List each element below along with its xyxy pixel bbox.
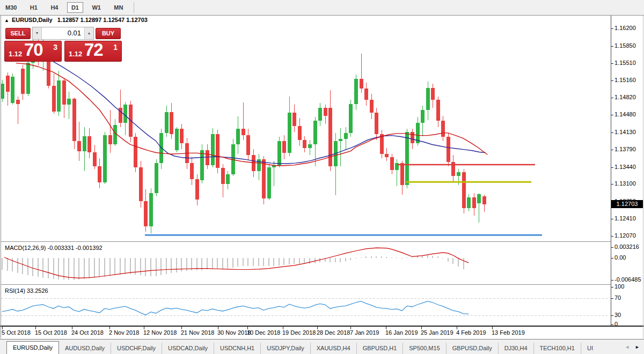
sell-price-button[interactable]: 1.12 70 3: [4, 41, 62, 62]
tab-audusd-daily[interactable]: AUDUSD,Daily: [59, 343, 111, 354]
chart-ohlc-values: 1.12857 1.12897 1.12547 1.12703: [57, 17, 148, 23]
buy-button[interactable]: BUY: [96, 28, 121, 39]
tab-usdcnh-h1[interactable]: USDCNH,H1: [214, 343, 260, 354]
current-price-tag: 1.12703: [611, 200, 643, 208]
lot-decrease-button[interactable]: ▼: [33, 27, 42, 39]
rsi-axis-70: 70: [614, 294, 621, 301]
tab-usdjpy-daily[interactable]: USDJPY,Daily: [260, 343, 310, 354]
sell-button[interactable]: SELL: [5, 28, 31, 39]
buy-price-pip-digit: 1: [113, 43, 118, 51]
tab-partial[interactable]: UI: [581, 343, 599, 354]
lot-increase-button[interactable]: ▲: [84, 27, 93, 39]
tab-tech100-h1[interactable]: TECH100,H1: [533, 343, 581, 354]
buy-price-button[interactable]: 1.12 72 1: [64, 41, 122, 62]
tab-gbpusd-h1[interactable]: GBPUSD,H1: [356, 343, 403, 354]
tab-eurusd-daily[interactable]: EURUSD,Daily: [6, 341, 59, 354]
lot-size-value[interactable]: 0.01: [68, 29, 81, 37]
tab-scroll-arrows: ◄ ►: [625, 340, 640, 354]
buy-price-big-digits: 72: [84, 40, 103, 60]
tab-sp500-m15[interactable]: SP500,M15: [402, 343, 445, 354]
chart-title: ▲EURUSD,Daily1.12857 1.12897 1.12547 1.1…: [4, 17, 148, 23]
chart-symbol: EURUSD,Daily: [12, 17, 53, 23]
tab-dj30-h4[interactable]: DJ30,H4: [498, 343, 533, 354]
timeframe-mn-button[interactable]: MN: [109, 2, 127, 13]
buy-price-prefix: 1.12: [69, 50, 82, 58]
tab-usdchf-daily[interactable]: USDCHF,Daily: [111, 343, 162, 354]
sell-price-big-digits: 70: [24, 40, 43, 60]
timeframe-h1-button[interactable]: H1: [26, 2, 42, 13]
rsi-axis-0: 0: [614, 321, 618, 327]
tab-xauusd-h4[interactable]: XAUUSD,H4: [310, 343, 356, 354]
rsi-axis-100: 100: [614, 283, 624, 290]
tab-usdcad-daily[interactable]: USDCAD,Daily: [162, 343, 214, 354]
rsi-label: RSI(14) 33.2526: [5, 287, 48, 294]
macd-axis-min: -0.006485: [614, 276, 641, 283]
tab-scroll-right-icon[interactable]: ►: [635, 344, 640, 350]
mt4-window: 1.162001.158501.155101.151601.148201.144…: [0, 0, 644, 354]
timeframe-w1-button[interactable]: W1: [87, 2, 105, 13]
one-click-trade-panel: SELL ▼ 0.01 ▲ BUY 1.12 70 3 1.12 72 1: [4, 27, 122, 62]
sell-price-pip-digit: 3: [53, 43, 57, 51]
toolbar-separator: [134, 2, 134, 13]
lot-size-box: ▼ 0.01 ▲: [32, 27, 94, 40]
sell-price-prefix: 1.12: [9, 50, 22, 58]
tab-gbpusd-daily[interactable]: GBPUSD,Daily: [446, 343, 498, 354]
tab-scroll-left-icon[interactable]: ◄: [625, 344, 630, 350]
timeframe-m30-button[interactable]: M30: [1, 2, 21, 13]
symbol-triangle-icon: ▲: [4, 18, 9, 23]
timeframe-h4-button[interactable]: H4: [46, 2, 62, 13]
macd-axis-max: 0.003216: [614, 244, 639, 250]
timeframe-toolbar: M30 H1 H4 D1 W1 MN: [0, 0, 644, 15]
rsi-axis-30: 30: [614, 312, 621, 318]
macd-label: MACD(12,26,9) -0.003331 -0.001392: [5, 245, 103, 251]
timeframe-d1-button[interactable]: D1: [67, 2, 83, 13]
macd-axis-zero: 0.00: [614, 254, 626, 261]
chart-tab-bar: EURUSD,Daily AUDUSD,Daily USDCHF,Daily U…: [0, 340, 644, 354]
